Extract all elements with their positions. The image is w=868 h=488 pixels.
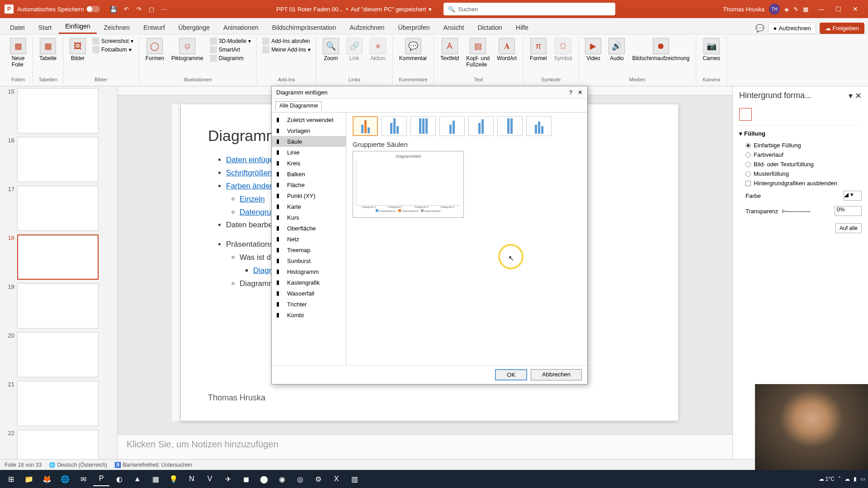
- 3d-column-subtype[interactable]: [526, 116, 552, 136]
- more-icon[interactable]: ⋯: [160, 5, 169, 14]
- percent-stacked-subtype[interactable]: [410, 116, 436, 136]
- images-button[interactable]: 🖼Bilder: [67, 37, 89, 62]
- chart-category-item[interactable]: ▮Säule: [272, 136, 346, 147]
- collapse-icon[interactable]: ▾: [849, 91, 853, 100]
- video-button[interactable]: ▶Video: [582, 37, 604, 62]
- search-input[interactable]: 🔍 Suchen: [443, 3, 615, 15]
- screenrec-button[interactable]: ⏺Bildschirmaufzeichnung: [629, 37, 692, 62]
- chart-category-item[interactable]: ▮Sunburst: [272, 255, 346, 266]
- cameo-button[interactable]: 📷Cameo: [700, 37, 723, 62]
- user-name[interactable]: Thomas Hruska: [723, 6, 764, 13]
- chart-category-item[interactable]: ▮Zuletzt verwendet: [272, 114, 346, 125]
- textbox-button[interactable]: ATextfeld: [438, 37, 462, 62]
- tab-zeichnen[interactable]: Zeichnen: [98, 21, 137, 34]
- onenote-icon[interactable]: N: [184, 472, 200, 486]
- tab-uebergaenge[interactable]: Übergänge: [172, 21, 216, 34]
- tab-einfuegen[interactable]: Einfügen: [59, 20, 96, 34]
- tab-entwurf[interactable]: Entwurf: [137, 21, 171, 34]
- chart-category-item[interactable]: ▮Histogramm: [272, 266, 346, 277]
- all-charts-tab[interactable]: Alle Diagramme: [275, 101, 322, 111]
- smartart-button[interactable]: SmartArt: [208, 46, 253, 54]
- thumbnail-22[interactable]: [17, 430, 99, 459]
- thumbnail-19[interactable]: [17, 283, 99, 328]
- maximize-button[interactable]: ☐: [830, 3, 846, 15]
- thumbnail-20[interactable]: [17, 332, 99, 377]
- close-pane-icon[interactable]: ✕: [855, 91, 862, 100]
- wordart-button[interactable]: 𝐀WordArt: [494, 37, 519, 62]
- chart-category-item[interactable]: ▮Treemap: [272, 244, 346, 255]
- get-addins-button[interactable]: Add-Ins abrufen: [260, 37, 312, 45]
- task-app-icon[interactable]: 💡: [165, 472, 182, 486]
- help-icon[interactable]: ?: [569, 89, 572, 96]
- tab-dictation[interactable]: Dictation: [471, 21, 508, 34]
- tab-ansicht[interactable]: Ansicht: [437, 21, 470, 34]
- audio-button[interactable]: 🔊Audio: [606, 37, 627, 62]
- photoalbum-button[interactable]: Fotoalbum ▾: [90, 46, 135, 54]
- chart-category-item[interactable]: ▮Wasserfall: [272, 288, 346, 299]
- toggle-icon[interactable]: [86, 6, 100, 12]
- 3dmodels-button[interactable]: 3D-Modelle ▾: [208, 37, 253, 45]
- chart-category-item[interactable]: ▮Kurs: [272, 212, 346, 223]
- chart-category-item[interactable]: ▮Balken: [272, 169, 346, 179]
- 3d-stacked-subtype[interactable]: [468, 116, 494, 136]
- thumbnail-15[interactable]: [17, 88, 99, 133]
- calendar-icon[interactable]: ▦: [803, 6, 808, 13]
- firefox-icon[interactable]: 🦊: [39, 472, 55, 486]
- task-app-icon[interactable]: ▥: [346, 472, 363, 486]
- link-button[interactable]: 🔗Link: [344, 37, 365, 62]
- thumbnail-21[interactable]: [17, 381, 99, 426]
- chrome-icon[interactable]: 🌐: [57, 472, 73, 486]
- screenshot-button[interactable]: Screenshot ▾: [90, 37, 135, 45]
- autosave-toggle[interactable]: Automatisches Speichern: [17, 6, 100, 13]
- new-slide-button[interactable]: ▦Neue Folie: [7, 37, 29, 69]
- minimize-button[interactable]: —: [813, 3, 829, 15]
- pattern-fill-radio[interactable]: Musterfüllung: [739, 169, 862, 178]
- my-addins-button[interactable]: Meine Add-Ins ▾: [260, 46, 312, 54]
- slide-counter[interactable]: Folie 18 von 33: [5, 462, 42, 468]
- shapes-button[interactable]: ◯Formen: [143, 37, 167, 62]
- comment-button[interactable]: 💬Kommentar: [396, 37, 430, 62]
- equation-button[interactable]: πFormel: [527, 37, 549, 62]
- chart-category-item[interactable]: ▮Trichter: [272, 299, 346, 310]
- gradient-fill-radio[interactable]: Farbverlauf: [739, 150, 862, 160]
- pen-icon[interactable]: ✎: [793, 6, 798, 13]
- thumbnail-17[interactable]: [17, 186, 99, 231]
- outlook-icon[interactable]: ✉: [75, 472, 91, 486]
- chart-category-item[interactable]: ▮Fläche: [272, 179, 346, 190]
- tab-datei[interactable]: Datei: [4, 21, 31, 34]
- share-button[interactable]: ☁ Freigeben: [820, 23, 864, 34]
- color-picker[interactable]: ◢ ▾: [844, 191, 862, 201]
- task-app-icon[interactable]: ◼: [238, 472, 254, 486]
- tray-battery-icon[interactable]: ▮: [854, 476, 857, 482]
- tab-bildschirmpraesentation[interactable]: Bildschirmpräsentation: [266, 21, 343, 34]
- chart-category-item[interactable]: ▮Kreis: [272, 158, 346, 169]
- zoom-button[interactable]: 🔍Zoom: [320, 37, 342, 62]
- hide-bg-checkbox[interactable]: Hintergrundgrafiken ausblenden: [739, 178, 862, 188]
- picture-fill-radio[interactable]: Bild- oder Texturfüllung: [739, 160, 862, 169]
- chart-category-item[interactable]: ▮Netz: [272, 234, 346, 244]
- fill-bucket-icon[interactable]: [739, 108, 752, 121]
- 3d-clustered-subtype[interactable]: [439, 116, 465, 136]
- comments-icon[interactable]: 💬: [755, 24, 764, 33]
- chart-category-item[interactable]: ▮Vorlagen: [272, 125, 346, 136]
- apply-all-button[interactable]: Auf alle: [835, 223, 862, 233]
- weather-widget[interactable]: ☁ 1°C: [819, 476, 835, 482]
- tab-ueberpruefen[interactable]: Überprüfen: [392, 21, 436, 34]
- tab-animationen[interactable]: Animationen: [217, 21, 265, 34]
- tray-cloud-icon[interactable]: ☁: [844, 476, 850, 482]
- stacked-column-subtype[interactable]: [382, 116, 407, 136]
- chart-category-item[interactable]: ▮Kombi: [272, 310, 346, 320]
- slide-thumbnails-panel[interactable]: 15 16 17 18 19 20 21 22 23 24: [0, 86, 118, 459]
- telegram-icon[interactable]: ✈: [220, 472, 236, 486]
- solid-fill-radio[interactable]: Einfarbige Füllung: [739, 141, 862, 150]
- chart-category-item[interactable]: ▮Karte: [272, 201, 346, 212]
- chart-category-item[interactable]: ▮Oberfläche: [272, 223, 346, 234]
- chart-button[interactable]: Diagramm: [208, 54, 253, 62]
- task-app-icon[interactable]: V: [202, 472, 218, 486]
- thumbnail-16[interactable]: [17, 137, 99, 182]
- chart-category-item[interactable]: ▮Punkt (XY): [272, 190, 346, 201]
- tab-aufzeichnen[interactable]: Aufzeichnen: [343, 21, 391, 34]
- task-app-icon[interactable]: ◉: [274, 472, 290, 486]
- language-indicator[interactable]: 🌐 Deutsch (Österreich): [49, 462, 107, 468]
- present-icon[interactable]: ▢: [147, 5, 156, 14]
